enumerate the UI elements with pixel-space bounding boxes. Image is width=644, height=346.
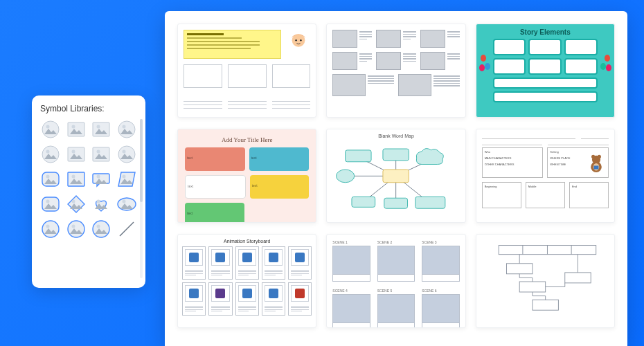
template-scene-boxes[interactable]: SCENE 1SCENE 2SCENE 3SCENE 4SCENE 5SCENE… — [326, 234, 465, 328]
svg-point-1 — [46, 125, 50, 129]
scene-cell: SCENE 2 — [377, 240, 415, 282]
template-grid: Story Elements Add Your Title Here text … — [177, 24, 615, 328]
svg-rect-62 — [506, 264, 532, 274]
speech-bubble-symbol[interactable] — [91, 169, 111, 190]
svg-point-33 — [97, 225, 100, 228]
svg-point-11 — [71, 150, 75, 154]
circle-outline-symbol-3[interactable] — [91, 219, 111, 239]
balloon-icon — [485, 63, 490, 70]
template-flowchart[interactable] — [476, 234, 615, 328]
sidebar-scrollbar[interactable] — [140, 119, 143, 278]
rounded-rect-symbol[interactable] — [40, 169, 61, 190]
line-symbol[interactable] — [116, 219, 137, 239]
svg-point-36 — [296, 39, 298, 42]
svg-point-47 — [337, 170, 355, 183]
template-story-elements[interactable]: Story Elements — [476, 24, 615, 118]
bear-icon — [587, 154, 605, 173]
symbol-libraries-panel: Symbol Libraries: — [32, 95, 145, 288]
balloon-icon — [605, 55, 610, 62]
svg-point-25 — [97, 200, 100, 203]
svg-rect-51 — [415, 197, 445, 208]
svg-point-8 — [42, 146, 59, 163]
storyboard-frame — [262, 282, 285, 316]
svg-point-19 — [71, 175, 75, 179]
svg-point-30 — [68, 221, 84, 237]
plain-rect-symbol-4[interactable] — [91, 144, 111, 165]
svg-point-24 — [71, 200, 75, 203]
svg-rect-49 — [352, 197, 375, 207]
svg-point-31 — [71, 225, 75, 228]
svg-point-29 — [46, 225, 50, 228]
parallelogram-symbol[interactable] — [116, 169, 137, 190]
svg-rect-64 — [533, 300, 558, 310]
symbol-libraries-title: Symbol Libraries: — [40, 104, 137, 113]
storyboard-frame — [235, 246, 259, 280]
svg-point-32 — [93, 221, 109, 237]
svg-point-23 — [46, 200, 50, 203]
plain-rect-symbol-2[interactable] — [91, 119, 111, 140]
svg-point-20 — [97, 175, 100, 179]
storyboard-frame — [182, 282, 206, 316]
balloon-icon — [600, 63, 606, 70]
balloon-icon — [481, 55, 486, 62]
scrollbar-thumb[interactable] — [140, 119, 143, 202]
plain-circle-symbol-2[interactable] — [116, 119, 137, 140]
svg-point-13 — [97, 150, 100, 154]
svg-point-0 — [42, 121, 59, 138]
storyboard-frame — [288, 282, 312, 316]
storyboard-frame — [208, 282, 232, 316]
template-animation-storyboard[interactable]: Animation Storyboard — [177, 234, 316, 328]
svg-point-54 — [591, 155, 595, 158]
template-storyboard-sample[interactable] — [177, 24, 316, 118]
circle-outline-symbol-2[interactable] — [66, 219, 87, 239]
template-character-sheet[interactable]: Who MAIN CHARACTERS OTHER CHARACTERS Set… — [476, 129, 615, 223]
story-elements-title: Story Elements — [481, 28, 610, 36]
selected-rect-symbol[interactable] — [66, 169, 87, 190]
svg-point-21 — [122, 175, 125, 179]
scene-cell: SCENE 6 — [422, 289, 459, 328]
animation-title: Animation Storyboard — [182, 239, 312, 244]
symbol-grid — [40, 119, 137, 239]
svg-point-28 — [42, 221, 59, 237]
svg-point-9 — [46, 150, 50, 154]
svg-rect-48 — [383, 170, 409, 183]
svg-point-7 — [122, 125, 125, 129]
plain-circle-symbol[interactable] — [40, 119, 61, 140]
plain-circle-symbol-4[interactable] — [116, 144, 137, 165]
heart-symbol[interactable] — [91, 194, 111, 215]
scene-cell: SCENE 1 — [332, 240, 370, 282]
svg-point-6 — [118, 121, 135, 138]
storyboard-frame — [208, 246, 232, 280]
rounded-rect-symbol-2[interactable] — [40, 194, 61, 215]
scene-cell: SCENE 5 — [377, 289, 415, 328]
template-comic-storyboard[interactable] — [326, 24, 465, 118]
svg-rect-57 — [594, 165, 599, 169]
add-title-text: Add Your Title Here — [185, 136, 309, 143]
word-map-title: Blank Word Map — [331, 134, 460, 138]
template-add-title[interactable]: Add Your Title Here text text text text … — [177, 129, 316, 223]
plain-rect-symbol[interactable] — [66, 119, 87, 140]
svg-rect-46 — [383, 149, 409, 161]
storyboard-frame — [182, 246, 206, 280]
svg-point-37 — [300, 39, 302, 42]
svg-rect-45 — [346, 150, 371, 162]
circle-outline-symbol[interactable] — [40, 219, 61, 239]
plain-circle-symbol-3[interactable] — [40, 144, 61, 165]
scene-cell: SCENE 3 — [422, 240, 459, 282]
plain-rect-symbol-3[interactable] — [66, 144, 87, 165]
balloon-icon — [479, 64, 485, 71]
storyboard-frame — [262, 246, 285, 280]
storyboard-frame — [235, 282, 259, 316]
svg-rect-50 — [384, 198, 408, 208]
storyboard-frame — [288, 246, 312, 280]
svg-rect-65 — [564, 273, 590, 283]
template-gallery: Story Elements Add Your Title Here text … — [165, 11, 627, 346]
svg-point-5 — [97, 125, 100, 129]
template-word-map[interactable]: Blank Word Map — [326, 129, 465, 223]
scene-cell: SCENE 4 — [332, 289, 370, 328]
svg-point-55 — [598, 155, 601, 158]
ellipse-symbol[interactable] — [116, 194, 137, 215]
diamond-symbol[interactable] — [66, 194, 87, 215]
header-block — [184, 30, 281, 59]
character-icon — [287, 30, 310, 53]
